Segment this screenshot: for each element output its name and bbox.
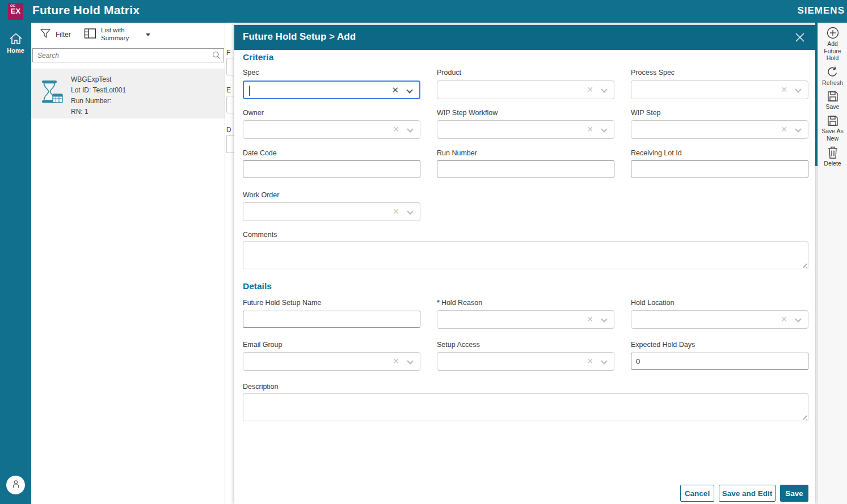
owner-dropdown[interactable]: ✕ [243, 120, 420, 139]
list-item-rn: RN: 1 [71, 107, 126, 117]
save-as-new-button[interactable]: Save As New [818, 114, 847, 142]
hold-reason-dropdown[interactable]: ✕ [437, 310, 614, 329]
clear-icon[interactable]: ✕ [781, 315, 787, 324]
background-label-fragment: F [226, 49, 230, 57]
user-icon [11, 479, 21, 492]
delete-button[interactable]: Delete [818, 145, 847, 167]
background-label-fragment: D [226, 126, 231, 134]
process-spec-label: Process Spec [631, 69, 675, 77]
future-hold-setup-name-input[interactable] [243, 311, 420, 328]
product-dropdown[interactable]: ✕ [437, 81, 614, 99]
work-order-dropdown[interactable]: ✕ [243, 202, 420, 221]
setup-access-dropdown[interactable]: ✕ [437, 352, 614, 371]
clear-icon[interactable]: ✕ [393, 125, 399, 134]
product-label: Product [437, 69, 461, 77]
expected-hold-days-label: Expected Hold Days [631, 341, 695, 349]
refresh-button[interactable]: Refresh [818, 65, 847, 87]
hold-location-label: Hold Location [631, 299, 674, 307]
action-label: Save [818, 103, 847, 111]
chevron-down-icon[interactable] [406, 87, 412, 93]
chevron-down-icon[interactable] [601, 126, 607, 132]
list-item[interactable]: WBGExpTest Lot ID: TestLot001 Run Number… [31, 69, 225, 118]
list-item-name: WBGExpTest [71, 74, 126, 85]
dialog-header: Future Hold Setup > Add [234, 25, 815, 50]
close-icon[interactable] [793, 30, 807, 45]
expected-hold-days-input[interactable] [631, 353, 808, 370]
left-list-panel: Filter List with Summary [31, 23, 225, 504]
required-asterisk: * [437, 299, 440, 307]
criteria-section-heading: Criteria [243, 52, 273, 62]
save-button[interactable]: Save [780, 485, 808, 502]
clear-icon[interactable]: ✕ [587, 125, 593, 134]
clear-icon[interactable]: ✕ [781, 125, 787, 134]
chevron-down-icon[interactable] [601, 316, 607, 322]
hold-location-dropdown[interactable]: ✕ [631, 310, 808, 329]
chevron-down-icon[interactable] [795, 86, 801, 92]
filter-button[interactable]: Filter [39, 23, 71, 46]
setup-access-label: Setup Access [437, 341, 480, 349]
clear-icon[interactable]: ✕ [391, 85, 399, 95]
refresh-icon [818, 65, 847, 79]
clear-icon[interactable]: ✕ [781, 85, 787, 94]
run-number-input[interactable] [437, 160, 614, 177]
siemens-logo: SIEMENS [797, 5, 845, 16]
wip-step-label: WIP Step [631, 109, 661, 117]
nav-home-button[interactable]: Home [0, 32, 31, 54]
clear-icon[interactable]: ✕ [393, 207, 399, 216]
action-label: Save As New [818, 128, 847, 142]
spec-dropdown[interactable]: ✕ [243, 81, 420, 99]
chevron-down-icon[interactable] [407, 358, 413, 364]
clear-icon[interactable]: ✕ [587, 85, 593, 94]
description-textarea[interactable] [243, 393, 808, 421]
chevron-down-icon[interactable] [407, 208, 413, 214]
action-label: Add Future Hold [818, 40, 847, 62]
action-label: Refresh [818, 79, 847, 87]
action-sidebar: Add Future Hold Refresh Save [817, 23, 847, 504]
future-hold-setup-add-dialog: Future Hold Setup > Add Criteria Spec Pr… [234, 25, 815, 504]
email-group-dropdown[interactable]: ✕ [243, 352, 420, 371]
chevron-down-icon[interactable] [795, 316, 801, 322]
chevron-down-icon[interactable] [601, 86, 607, 92]
list-item-lot: Lot ID: TestLot001 [71, 85, 126, 96]
search-container [32, 48, 224, 62]
nav-home-label: Home [0, 47, 31, 54]
top-bar: OC EX Future Hold Matrix SIEMENS [0, 0, 847, 23]
hold-reason-label-text: Hold Reason [441, 299, 482, 307]
user-avatar[interactable] [6, 476, 25, 494]
add-future-hold-button[interactable]: Add Future Hold [818, 26, 847, 62]
cancel-button[interactable]: Cancel [680, 485, 714, 502]
view-mode-dropdown[interactable]: List with Summary [83, 23, 150, 46]
spec-label: Spec [243, 69, 259, 77]
wip-step-dropdown[interactable]: ✕ [631, 120, 808, 139]
resize-grip-icon[interactable] [802, 262, 807, 268]
app-logo-icon: OC EX [8, 3, 23, 20]
resize-grip-icon[interactable] [802, 414, 807, 420]
chevron-down-icon[interactable] [601, 358, 607, 364]
description-label: Description [243, 383, 279, 391]
search-icon[interactable] [212, 50, 221, 62]
search-input[interactable] [32, 48, 224, 62]
date-code-label: Date Code [243, 149, 277, 157]
date-code-input[interactable] [243, 160, 420, 177]
clear-icon[interactable]: ✕ [587, 315, 593, 324]
receiving-lot-id-input[interactable] [631, 160, 808, 177]
wip-step-workflow-dropdown[interactable]: ✕ [437, 120, 614, 139]
app-window: OC EX Future Hold Matrix SIEMENS Home [0, 0, 847, 504]
background-field-fragment [226, 58, 234, 75]
chevron-down-icon[interactable] [407, 126, 413, 132]
results-list: WBGExpTest Lot ID: TestLot001 Run Number… [31, 69, 225, 504]
future-hold-hourglass-icon [39, 79, 64, 109]
save-and-edit-button[interactable]: Save and Edit [719, 485, 776, 502]
clear-icon[interactable]: ✕ [587, 357, 593, 366]
clear-icon[interactable]: ✕ [393, 357, 399, 366]
nav-sidebar: Home [0, 23, 31, 504]
filter-icon [39, 27, 52, 42]
background-label-fragment: E [226, 86, 231, 94]
save-icon [818, 90, 847, 103]
comments-label: Comments [243, 231, 277, 239]
comments-textarea[interactable] [243, 242, 808, 269]
process-spec-dropdown[interactable]: ✕ [631, 81, 808, 99]
save-action-button[interactable]: Save [818, 90, 847, 111]
chevron-down-icon[interactable] [795, 126, 801, 132]
action-label: Delete [818, 160, 847, 167]
